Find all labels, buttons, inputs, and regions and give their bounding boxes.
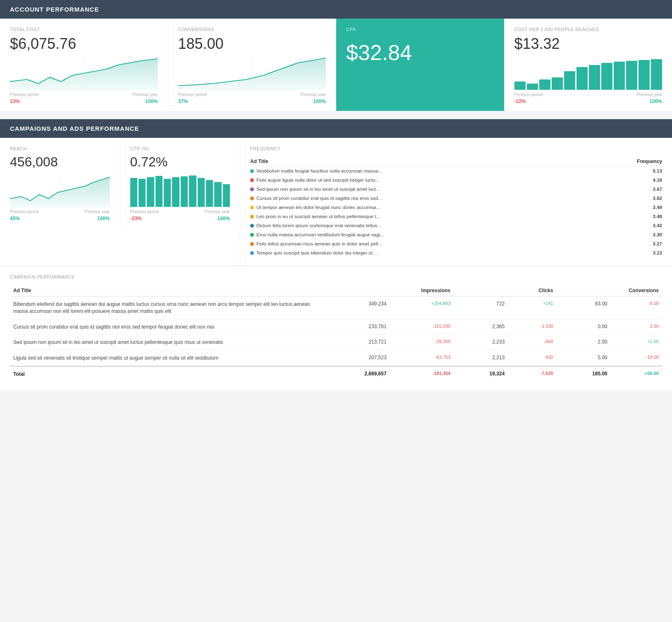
perf-impressions-change: -63,753 — [390, 351, 454, 366]
total-cost-year-change: 100% — [145, 98, 158, 104]
account-section-title: ACCOUNT PERFORMANCE — [10, 6, 99, 13]
perf-clicks: 2,233 — [454, 335, 508, 351]
bar — [155, 176, 163, 207]
freq-ad-title: Ut tempor aenean leo dolor feugiat nunc … — [250, 203, 597, 212]
perf-conversions-change: -19.00 — [611, 351, 662, 366]
bar — [189, 175, 196, 207]
freq-value: 3.27 — [597, 239, 662, 248]
perf-clicks: 722 — [454, 296, 508, 319]
reach-year-change: 100% — [97, 216, 110, 221]
reach-chart — [10, 174, 110, 207]
campaigns-section-title: CAMPAIGNS AND ADS PERFORMANCE — [10, 125, 139, 132]
conversions-value: 185.00 — [178, 35, 326, 53]
perf-row: Cursus sit proin curabitur erat quis id … — [10, 319, 662, 335]
total-clicks: 19,324 — [454, 366, 508, 382]
bar — [214, 182, 221, 207]
freq-row: Dictum felis lorem ipsum scelerisque era… — [250, 221, 662, 230]
perf-conversions-change: +1.00 — [611, 335, 662, 351]
freq-dot — [250, 169, 254, 173]
conversions-label: CONVERSIONS — [178, 27, 326, 32]
account-metrics-row: TOTAL COST $6,075.76 Previous period — [0, 19, 672, 111]
cost-per-1000-changes: -22% 100% — [514, 98, 662, 104]
ctr-label: CTR (%) — [130, 146, 230, 151]
reach-card: REACH 456,008 — [0, 138, 120, 228]
freq-ad-title: Felis tellus accumsan risus aenean quis … — [250, 239, 597, 248]
total-cost-value: $6,075.76 — [10, 35, 158, 53]
ctr-chart — [130, 174, 230, 207]
total-impressions: 2,669,657 — [318, 366, 390, 382]
perf-conversions: 0.00 — [557, 319, 611, 335]
perf-impressions: 207,523 — [318, 351, 390, 366]
perf-total-row: Total 2,669,657 -191,354 19,324 -7,525 1… — [10, 366, 662, 382]
bar — [601, 63, 612, 90]
freq-dot — [250, 206, 254, 209]
freq-value: 3.30 — [597, 230, 662, 239]
bar — [614, 62, 625, 90]
total-cost-label: TOTAL COST — [10, 27, 158, 32]
reach-chart-labels: Previous period Previous year — [10, 209, 110, 214]
freq-ad-title: Tempor quis suscipit quis bibendum dolor… — [250, 248, 597, 257]
perf-impressions: 233,781 — [318, 319, 390, 335]
freq-ad-title: Leo proin in eu ut suscipit aenean ut te… — [250, 212, 597, 221]
bar — [206, 180, 213, 207]
campaigns-section: CAMPAIGNS AND ADS PERFORMANCE REACH 456,… — [0, 119, 672, 390]
conversions-chart-labels: Previous period Previous year — [178, 92, 326, 97]
total-cost-period-change: 13% — [10, 98, 20, 104]
perf-clicks-change: -930 — [508, 351, 556, 366]
freq-row: Ut tempor aenean leo dolor feugiat nunc … — [250, 203, 662, 212]
perf-impressions-change: +204,843 — [390, 296, 454, 319]
total-clicks-change: -7,525 — [508, 366, 556, 382]
conversions-chart — [178, 57, 326, 90]
perf-col-impressions: Impressions — [318, 285, 454, 296]
freq-row: Felis augue ligula nulla dolor ut sed su… — [250, 175, 662, 185]
bar — [539, 79, 550, 90]
perf-col-ad: Ad Title — [10, 285, 318, 296]
freq-dot — [250, 187, 254, 191]
total-conversions-change: +50.00 — [611, 366, 662, 382]
cost-per-1000-chart — [514, 57, 662, 90]
freq-value: 5.13 — [597, 166, 662, 176]
ctr-changes: -23% 100% — [130, 216, 230, 221]
freq-value: 3.42 — [597, 221, 662, 230]
perf-conversions: 2.00 — [557, 335, 611, 351]
ctr-chart-labels: Previous period Previous year — [130, 209, 230, 214]
perf-impressions: 349,234 — [318, 296, 390, 319]
total-label: Total — [10, 366, 318, 382]
freq-value: 3.48 — [597, 212, 662, 221]
bar — [564, 71, 575, 90]
perf-clicks-change: +141 — [508, 296, 556, 319]
freq-ad-title: Felis augue ligula nulla dolor ut sed su… — [250, 175, 597, 185]
perf-ad-title: Ligula sed sit venenatis sit tristique s… — [10, 351, 318, 366]
campaigns-metrics-row: REACH 456,008 — [0, 138, 672, 266]
freq-col-ad: Ad Title — [250, 157, 597, 166]
bar — [181, 176, 188, 207]
freq-value: 3.13 — [597, 248, 662, 257]
total-cost-card: TOTAL COST $6,075.76 Previous period — [0, 19, 168, 111]
perf-clicks: 2,365 — [454, 319, 508, 335]
cpa-value: $32.84 — [346, 40, 494, 65]
cost-per-1000-period-change: -22% — [514, 98, 526, 104]
perf-conversions: 83.00 — [557, 296, 611, 319]
perf-row: Ligula sed sit venenatis sit tristique s… — [10, 351, 662, 366]
cost-per-1000-year-change: 100% — [649, 98, 662, 104]
frequency-table: Ad Title Frequency Vestibulum mattis feu… — [250, 157, 662, 257]
cost-per-1000-chart-labels: Previous period Previous year — [514, 92, 662, 97]
total-cost-chart-labels: Previous period Previous year — [10, 92, 158, 97]
freq-dot — [250, 197, 254, 200]
cpa-card: CPA $32.84 — [336, 19, 505, 111]
total-cost-chart — [10, 57, 158, 90]
perf-impressions-change: -39,395 — [390, 335, 454, 351]
freq-ad-title: Sed ipsum non ipsum sit in leo amet ut s… — [250, 185, 597, 194]
frequency-section: FREQUENCY Ad Title Frequency Vestibulum … — [240, 138, 672, 266]
freq-value: 3.67 — [597, 185, 662, 194]
reach-changes: 45% 100% — [10, 216, 110, 221]
freq-value: 4.18 — [597, 175, 662, 185]
conversions-changes: 37% 100% — [178, 98, 326, 104]
bar — [514, 82, 526, 90]
freq-dot — [250, 224, 254, 228]
campaigns-left-panel: REACH 456,008 — [0, 138, 240, 266]
perf-impressions: 213,721 — [318, 335, 390, 351]
frequency-title: FREQUENCY — [250, 146, 662, 151]
freq-dot — [250, 251, 254, 255]
freq-value: 3.62 — [597, 194, 662, 203]
